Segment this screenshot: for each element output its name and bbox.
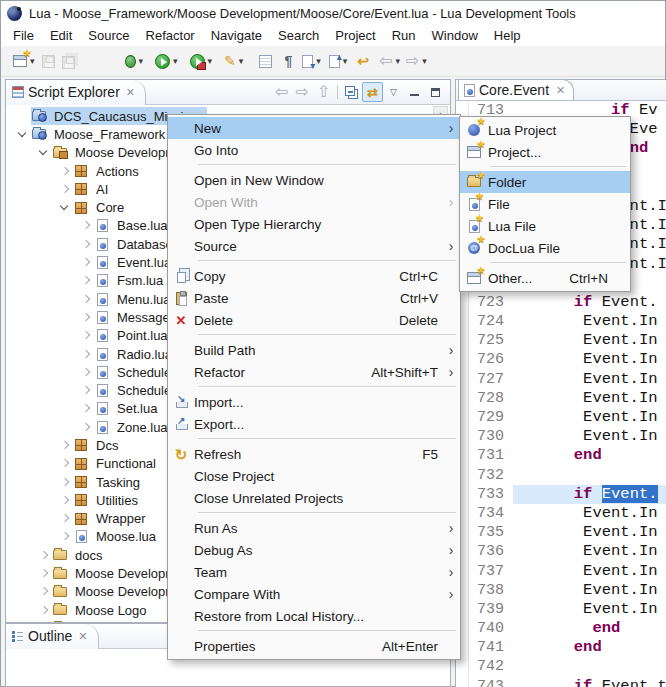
collapsed-chevron-icon[interactable] — [58, 529, 73, 544]
expanded-chevron-icon[interactable] — [37, 145, 52, 160]
dropdown-caret-icon[interactable]: ▾ — [343, 56, 348, 66]
menu-item-close-unrelated-projects[interactable]: Close Unrelated Projects — [168, 487, 460, 509]
collapsed-chevron-icon[interactable] — [79, 273, 94, 288]
menubar-item-run[interactable]: Run — [384, 26, 424, 45]
menu-item-refresh[interactable]: ↻RefreshF5 — [168, 443, 460, 465]
tab-core-event[interactable]: Core.Event ✕ — [458, 79, 574, 100]
menu-item-new[interactable]: New› — [168, 117, 460, 139]
menu-item-export[interactable]: Export... — [168, 413, 460, 435]
link-with-editor-button[interactable]: ⇄ — [362, 82, 383, 102]
menubar-item-edit[interactable]: Edit — [42, 26, 80, 45]
collapsed-chevron-icon[interactable] — [79, 328, 94, 343]
menu-item-restore-from-local-history[interactable]: Restore from Local History... — [168, 605, 460, 627]
submenu-item-other[interactable]: ★Other...Ctrl+N — [460, 267, 630, 289]
view-menu-button[interactable]: ▽ — [383, 82, 404, 102]
collapsed-chevron-icon[interactable] — [58, 164, 73, 179]
collapsed-chevron-icon[interactable] — [37, 603, 52, 618]
submenu-item-lua-project[interactable]: ★Lua Project — [460, 119, 630, 141]
dropdown-caret-icon[interactable]: ▾ — [422, 56, 427, 66]
menubar-item-file[interactable]: File — [5, 26, 42, 45]
back-button[interactable]: ⇦▾ — [378, 49, 401, 73]
dropdown-caret-icon[interactable]: ▾ — [316, 56, 321, 66]
submenu-item-folder[interactable]: ★Folder — [460, 171, 630, 193]
collapsed-chevron-icon[interactable] — [37, 548, 52, 563]
explorer-up-button[interactable]: ⇧ — [313, 82, 334, 102]
collapsed-chevron-icon[interactable] — [79, 292, 94, 307]
menubar-item-refactor[interactable]: Refactor — [138, 26, 203, 45]
collapsed-chevron-icon[interactable] — [79, 237, 94, 252]
collapsed-chevron-icon[interactable] — [79, 347, 94, 362]
menu-item-compare-with[interactable]: Compare With› — [168, 583, 460, 605]
debug-button[interactable]: ▾ — [124, 49, 145, 73]
dropdown-caret-icon[interactable]: ▾ — [208, 56, 213, 66]
menubar-item-source[interactable]: Source — [80, 26, 137, 45]
next-annotation-button[interactable]: ▾ — [301, 49, 322, 73]
menubar-item-navigate[interactable]: Navigate — [203, 26, 270, 45]
show-whitespace-button[interactable] — [258, 49, 273, 73]
explorer-back-button[interactable]: ⇦ — [271, 82, 292, 102]
menu-item-copy[interactable]: CopyCtrl+C — [168, 265, 460, 287]
expanded-chevron-icon[interactable] — [16, 127, 31, 142]
dropdown-caret-icon[interactable]: ▾ — [239, 56, 244, 66]
submenu-item-doclua-file[interactable]: ★DocLua File — [460, 237, 630, 259]
collapsed-chevron-icon[interactable] — [58, 511, 73, 526]
collapsed-chevron-icon[interactable] — [58, 182, 73, 197]
dropdown-caret-icon[interactable]: ▾ — [139, 56, 144, 66]
menu-item-go-into[interactable]: Go Into — [168, 139, 460, 161]
show-paragraph-button[interactable]: ¶ — [283, 49, 293, 73]
run-external-button[interactable]: ▾ — [189, 49, 214, 73]
new-wizard-button[interactable]: ★▾ — [12, 49, 36, 73]
submenu-item-project[interactable]: ★Project... — [460, 141, 630, 163]
minimize-button[interactable] — [404, 82, 425, 102]
last-edit-location-button[interactable]: ↩ — [356, 49, 370, 73]
menu-item-build-path[interactable]: Build Path› — [168, 339, 460, 361]
menu-item-run-as[interactable]: Run As› — [168, 517, 460, 539]
run-button[interactable]: ▾ — [154, 49, 179, 73]
menu-item-close-project[interactable]: Close Project — [168, 465, 460, 487]
collapsed-chevron-icon[interactable] — [58, 493, 73, 508]
forward-button[interactable]: ⇨▾ — [405, 49, 428, 73]
explorer-forward-button[interactable]: ⇨ — [292, 82, 313, 102]
menubar-item-help[interactable]: Help — [486, 26, 529, 45]
collapsed-chevron-icon[interactable] — [58, 475, 73, 490]
menu-item-import[interactable]: Import... — [168, 391, 460, 413]
tab-outline[interactable]: Outline ✕ — [6, 624, 99, 649]
collapsed-chevron-icon[interactable] — [79, 383, 94, 398]
menu-item-paste[interactable]: PasteCtrl+V — [168, 287, 460, 309]
collapsed-chevron-icon[interactable] — [37, 566, 52, 581]
collapsed-chevron-icon[interactable] — [79, 218, 94, 233]
collapse-all-button[interactable] — [341, 82, 362, 102]
collapsed-chevron-icon[interactable] — [79, 365, 94, 380]
expanded-chevron-icon[interactable] — [58, 200, 73, 215]
menubar-item-project[interactable]: Project — [327, 26, 383, 45]
submenu-item-file[interactable]: ★File — [460, 193, 630, 215]
collapsed-chevron-icon[interactable] — [79, 420, 94, 435]
menubar-item-window[interactable]: Window — [424, 26, 486, 45]
collapsed-chevron-icon[interactable] — [58, 438, 73, 453]
close-icon[interactable]: ✕ — [78, 630, 87, 643]
menu-item-delete[interactable]: ✕DeleteDelete — [168, 309, 460, 331]
submenu-item-lua-file[interactable]: ★Lua File — [460, 215, 630, 237]
collapsed-chevron-icon[interactable] — [79, 255, 94, 270]
collapsed-chevron-icon[interactable] — [79, 401, 94, 416]
menu-item-open-type-hierarchy[interactable]: Open Type Hierarchy — [168, 213, 460, 235]
collapsed-chevron-icon[interactable] — [58, 456, 73, 471]
close-icon[interactable]: ✕ — [126, 86, 135, 99]
menu-item-debug-as[interactable]: Debug As› — [168, 539, 460, 561]
mark-occurrences-button[interactable]: ✎▾ — [223, 49, 244, 73]
menubar-item-search[interactable]: Search — [270, 26, 327, 45]
dropdown-caret-icon[interactable]: ▾ — [173, 56, 178, 66]
collapsed-chevron-icon[interactable] — [37, 584, 52, 599]
collapsed-chevron-icon[interactable] — [37, 621, 52, 622]
dropdown-caret-icon[interactable]: ▾ — [395, 56, 400, 66]
maximize-button[interactable] — [425, 82, 446, 102]
menu-item-source[interactable]: Source› — [168, 235, 460, 257]
tab-script-explorer[interactable]: Script Explorer ✕ — [6, 80, 146, 105]
menu-item-refactor[interactable]: RefactorAlt+Shift+T› — [168, 361, 460, 383]
menu-item-open-in-new-window[interactable]: Open in New Window — [168, 169, 460, 191]
close-icon[interactable]: ✕ — [556, 84, 565, 97]
collapsed-chevron-icon[interactable] — [79, 310, 94, 325]
menu-item-team[interactable]: Team› — [168, 561, 460, 583]
previous-annotation-button[interactable]: ▾ — [328, 49, 349, 73]
menu-item-properties[interactable]: PropertiesAlt+Enter — [168, 635, 460, 657]
